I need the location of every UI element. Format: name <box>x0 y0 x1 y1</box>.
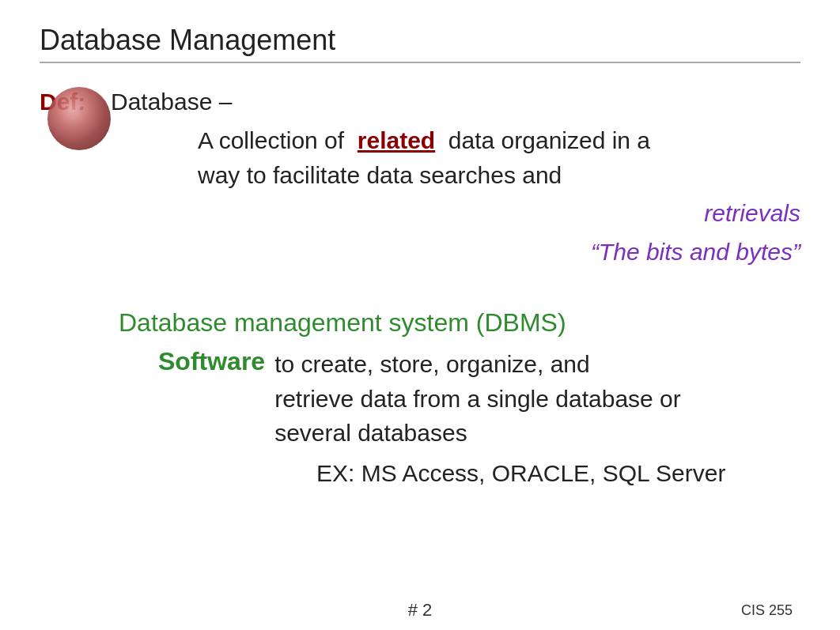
software-line2: retrieve data from a single database or <box>274 382 681 417</box>
collection-line2: way to facilitate data searches and <box>198 158 800 193</box>
software-word: Software <box>158 347 265 376</box>
collection-pre: A collection of <box>198 127 344 153</box>
content-area: Def: Database – A collection of related … <box>40 87 800 487</box>
collection-line3: retrievals <box>704 200 800 226</box>
def-row: Def: Database – <box>40 87 800 115</box>
title-bar: Database Management <box>40 24 800 63</box>
software-desc: to create, store, organize, and retrieve… <box>274 347 681 451</box>
software-row: Software to create, store, organize, and… <box>158 347 800 451</box>
collection-line1: A collection of related data organized i… <box>198 123 800 158</box>
software-line3: several databases <box>274 416 681 451</box>
collection-block: A collection of related data organized i… <box>198 123 800 269</box>
bits-bytes-line: retrievals <box>198 196 800 231</box>
course-code: CIS 255 <box>741 602 793 619</box>
slide-title: Database Management <box>40 24 335 57</box>
example-line: EX: MS Access, ORACLE, SQL Server <box>316 460 800 487</box>
page-number: # 2 <box>408 600 433 621</box>
related-word: related <box>358 127 435 153</box>
def-heading: Database – <box>111 89 232 115</box>
collection-post: data organized in a <box>448 127 650 153</box>
avatar-inner <box>47 87 111 150</box>
bits-bytes: “The bits and bytes” <box>198 235 800 270</box>
software-line1: to create, store, organize, and <box>274 347 681 382</box>
avatar <box>47 87 111 150</box>
dbms-section: Database management system (DBMS) Softwa… <box>119 308 800 487</box>
slide: Database Management Def: Database – A co… <box>0 0 840 630</box>
dbms-title: Database management system (DBMS) <box>119 308 800 338</box>
